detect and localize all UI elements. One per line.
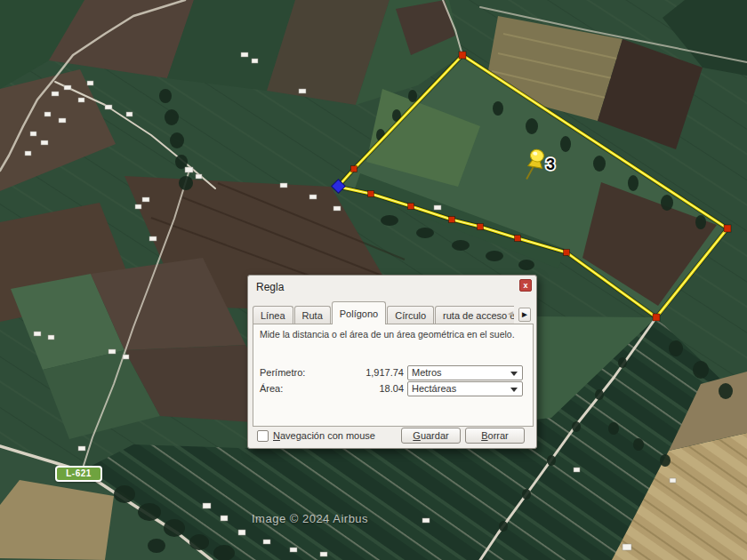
clear-button[interactable]: Borrar	[465, 428, 525, 444]
save-button[interactable]: Guardar	[401, 428, 461, 444]
road-shield: L-621	[55, 466, 102, 482]
close-icon: x	[523, 281, 527, 290]
mouse-navigation-checkbox[interactable]	[257, 430, 269, 442]
tab-content-panel: Mide la distancia o el área de un área g…	[253, 324, 534, 427]
perimeter-row: Perímetro: 1,917.74 Metros	[260, 365, 526, 380]
dropdown-arrow-icon	[510, 388, 518, 392]
mouse-navigation-label: Navegación con mouse	[273, 430, 375, 441]
tab-scroll-left-icon[interactable]: ◄	[506, 308, 515, 320]
area-label: Área:	[260, 383, 283, 394]
tool-description: Mide la distancia o el área de un área g…	[260, 329, 515, 340]
perimeter-label: Perímetro:	[260, 367, 305, 378]
area-row: Área: 18.04 Hectáreas	[260, 381, 526, 396]
tab-linea[interactable]: Línea	[253, 306, 293, 324]
perimeter-value: 1,917.74	[333, 367, 404, 378]
google-earth-viewport: 3 L-621 Image © 2024 Airbus Regla x Líne…	[0, 0, 747, 560]
tab-ruta[interactable]: Ruta	[294, 306, 331, 324]
clear-button-mnemonic: B	[481, 430, 487, 441]
area-unit-value: Hectáreas	[412, 383, 456, 394]
tab-scroll-right-icon[interactable]: ►	[518, 308, 531, 322]
tab-poligono[interactable]: Polígono	[332, 301, 386, 324]
save-button-label-rest: uardar	[421, 430, 449, 441]
perimeter-unit-value: Metros	[412, 367, 442, 378]
clear-button-label-rest: orrar	[488, 430, 509, 441]
mouse-navigation-label-rest: avegación con mouse	[280, 430, 375, 441]
dialog-footer: Navegación con mouse Guardar Borrar	[248, 425, 536, 448]
close-button[interactable]: x	[519, 279, 532, 292]
save-button-mnemonic: G	[413, 430, 421, 441]
road-shield-label: L-621	[66, 468, 92, 478]
area-unit-select[interactable]: Hectáreas	[407, 381, 523, 396]
tab-circulo[interactable]: Círculo	[387, 306, 434, 324]
ruler-dialog: Regla x LíneaRutaPolígonoCírculoruta de …	[247, 275, 537, 449]
placemark-label: 3	[546, 156, 555, 173]
tab-bar: LíneaRutaPolígonoCírculoruta de acceso e…	[253, 301, 514, 324]
perimeter-unit-select[interactable]: Metros	[407, 365, 523, 380]
area-value: 18.04	[333, 383, 404, 394]
tab-ruta-acceso-3d[interactable]: ruta de acceso en 3D	[435, 306, 514, 324]
mouse-navigation-label-mnemonic: N	[273, 430, 280, 441]
imagery-attribution: Image © 2024 Airbus	[252, 512, 368, 525]
dropdown-arrow-icon	[510, 372, 518, 376]
dialog-title: Regla	[256, 281, 284, 293]
